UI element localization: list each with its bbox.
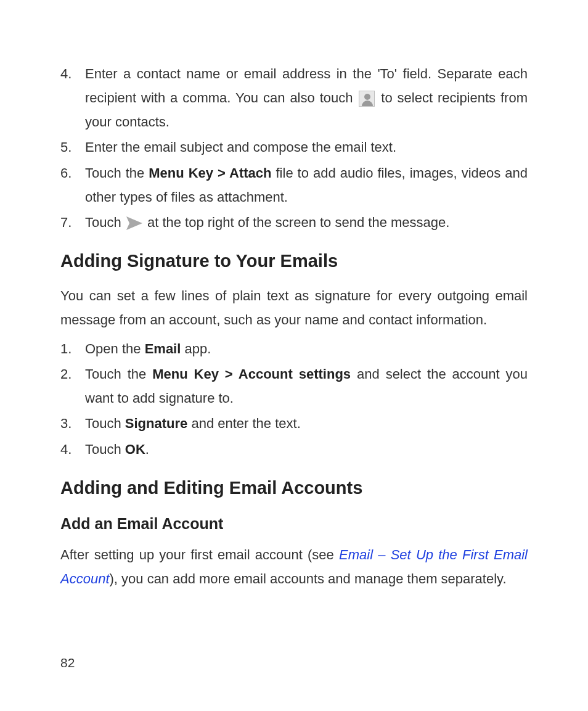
heading-adding-editing-accounts: Adding and Editing Email Accounts bbox=[60, 472, 528, 504]
sig-step-4-post: . bbox=[145, 442, 149, 457]
step-6: Touch the Menu Key > Attach file to add … bbox=[60, 161, 528, 209]
step-6-bold: Menu Key > Attach bbox=[149, 165, 271, 181]
svg-marker-0 bbox=[126, 216, 142, 230]
step-6-pre: Touch the bbox=[85, 165, 149, 181]
add-account-paragraph: After setting up your first email accoun… bbox=[60, 543, 528, 591]
heading-add-email-account: Add an Email Account bbox=[60, 510, 528, 538]
sig-step-2: Touch the Menu Key > Account settings an… bbox=[60, 362, 528, 410]
sig-step-1-bold: Email bbox=[145, 341, 181, 356]
sig-step-4-bold: OK bbox=[125, 442, 145, 457]
step-7-pre: Touch bbox=[85, 215, 125, 230]
sig-step-1: Open the Email app. bbox=[60, 337, 528, 361]
signature-intro-paragraph: You can set a few lines of plain text as… bbox=[60, 284, 528, 332]
step-7: Touch at the top right of the screen to … bbox=[60, 210, 528, 234]
sig-step-1-pre: Open the bbox=[85, 341, 145, 356]
sig-step-2-pre: Touch the bbox=[85, 366, 152, 382]
send-icon bbox=[126, 216, 142, 230]
contact-icon bbox=[359, 91, 375, 107]
step-4: Enter a contact name or email address in… bbox=[60, 62, 528, 134]
step-5-text: Enter the email subject and compose the … bbox=[85, 139, 396, 155]
steps-list-continued: Enter a contact name or email address in… bbox=[60, 62, 528, 234]
sig-step-3: Touch Signature and enter the text. bbox=[60, 411, 528, 435]
sig-step-3-pre: Touch bbox=[85, 416, 125, 431]
signature-steps-list: Open the Email app. Touch the Menu Key >… bbox=[60, 337, 528, 461]
sig-step-2-bold: Menu Key > Account settings bbox=[152, 366, 351, 382]
sig-step-4-pre: Touch bbox=[85, 442, 125, 457]
step-5: Enter the email subject and compose the … bbox=[60, 135, 528, 159]
add-account-post: ), you can add more email accounts and m… bbox=[110, 571, 507, 586]
step-7-post: at the top right of the screen to send t… bbox=[144, 215, 450, 230]
sig-step-3-bold: Signature bbox=[125, 416, 187, 431]
add-account-pre: After setting up your first email accoun… bbox=[60, 547, 339, 562]
heading-adding-signature: Adding Signature to Your Emails bbox=[60, 245, 528, 277]
sig-step-4: Touch OK. bbox=[60, 437, 528, 461]
sig-step-1-post: app. bbox=[181, 341, 211, 356]
sig-step-3-post: and enter the text. bbox=[187, 416, 300, 431]
page-number: 82 bbox=[60, 651, 75, 674]
